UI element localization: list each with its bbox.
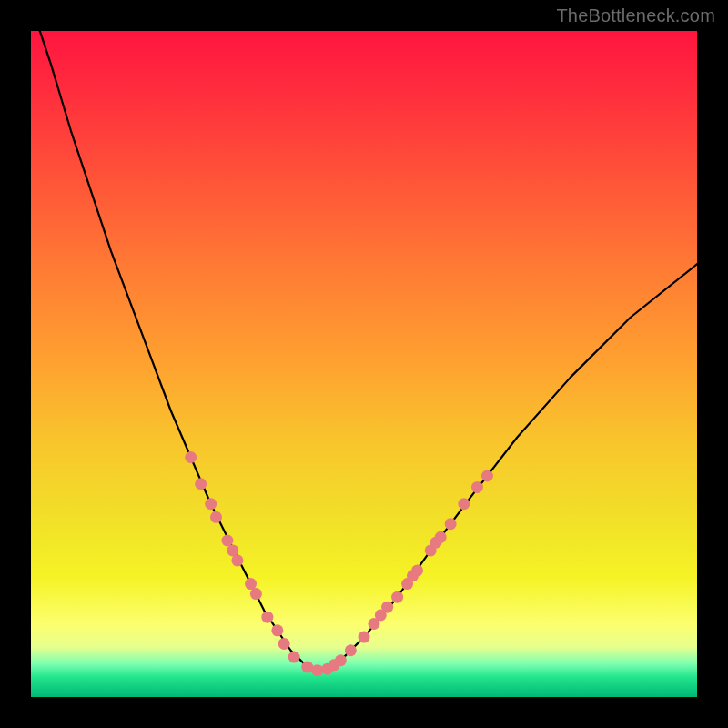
- curve-marker: [471, 481, 483, 493]
- curve-marker: [445, 518, 457, 530]
- bottleneck-curve-svg: [31, 31, 697, 697]
- curve-marker: [345, 644, 357, 656]
- curve-marker: [185, 451, 197, 463]
- curve-marker: [288, 652, 300, 663]
- curve-marker: [195, 478, 207, 490]
- curve-marker: [411, 564, 423, 576]
- curve-marker: [311, 664, 323, 676]
- curve-marker: [245, 578, 257, 590]
- curve-marker: [221, 534, 233, 546]
- curve-marker: [435, 531, 447, 543]
- curve-marker: [381, 602, 393, 613]
- curve-marker: [261, 612, 273, 623]
- curve-marker: [210, 511, 222, 523]
- watermark-text: TheBottleneck.com: [556, 5, 715, 26]
- curve-marker: [359, 632, 370, 643]
- curve-marker: [335, 654, 347, 666]
- curve-marker: [271, 624, 283, 636]
- curve-marker: [391, 592, 403, 603]
- chart-plot-area: [31, 31, 697, 697]
- curve-marker: [481, 470, 493, 481]
- curve-marker: [250, 588, 262, 600]
- curve-markers-group: [185, 451, 493, 676]
- curve-marker: [231, 554, 243, 566]
- bottleneck-curve-path: [31, 5, 697, 671]
- curve-marker: [278, 638, 290, 650]
- curve-marker: [205, 498, 217, 510]
- curve-marker: [458, 498, 470, 510]
